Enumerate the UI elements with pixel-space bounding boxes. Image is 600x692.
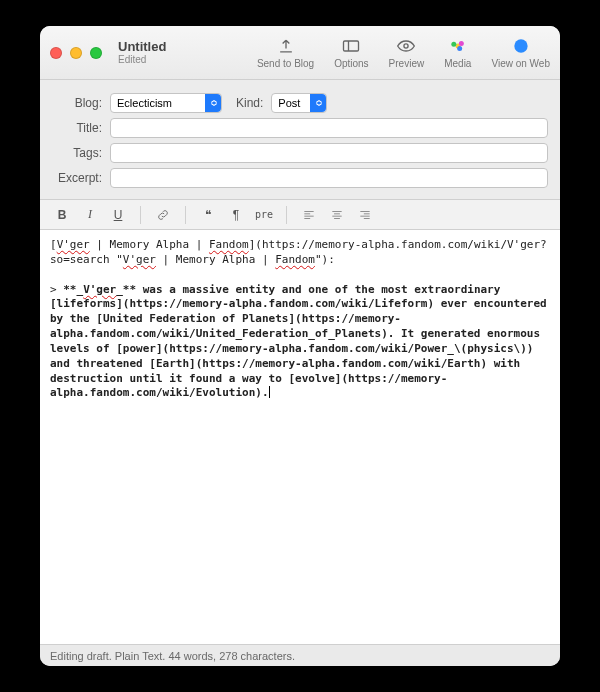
media-icon bbox=[448, 36, 468, 56]
kind-label: Kind: bbox=[236, 96, 263, 110]
separator bbox=[286, 206, 287, 224]
spellcheck-mark: V'ger bbox=[57, 238, 90, 251]
excerpt-input[interactable] bbox=[110, 168, 548, 188]
post-form: Blog: Eclecticism Kind: Post Title: Tags… bbox=[40, 80, 560, 200]
svg-point-4 bbox=[451, 42, 456, 47]
svg-rect-0 bbox=[344, 41, 359, 51]
spellcheck-mark: Fandom bbox=[209, 238, 249, 251]
link-icon bbox=[156, 208, 170, 222]
kind-value: Post bbox=[278, 97, 300, 109]
window-title: Untitled Edited bbox=[118, 40, 166, 65]
align-center-button[interactable] bbox=[325, 204, 349, 226]
app-window: Untitled Edited Send to Blog Options Pre… bbox=[40, 26, 560, 666]
tags-label: Tags: bbox=[52, 146, 102, 160]
blog-value: Eclecticism bbox=[117, 97, 172, 109]
chevron-updown-icon bbox=[205, 94, 221, 112]
options-button[interactable]: Options bbox=[334, 36, 368, 69]
media-button[interactable]: Media bbox=[444, 36, 471, 69]
document-title: Untitled bbox=[118, 40, 166, 54]
separator bbox=[185, 206, 186, 224]
blog-label: Blog: bbox=[52, 96, 102, 110]
blog-select[interactable]: Eclecticism bbox=[110, 93, 222, 113]
align-left-icon bbox=[302, 208, 316, 222]
excerpt-label: Excerpt: bbox=[52, 171, 102, 185]
svg-point-5 bbox=[459, 41, 464, 46]
spellcheck-mark: Fandom bbox=[275, 253, 315, 266]
kind-select[interactable]: Post bbox=[271, 93, 327, 113]
align-right-icon bbox=[358, 208, 372, 222]
preformatted-button[interactable]: pre bbox=[252, 204, 276, 226]
tags-input[interactable] bbox=[110, 143, 548, 163]
status-text: Editing draft. Plain Text. 44 words, 278… bbox=[50, 650, 295, 662]
text-cursor bbox=[269, 386, 270, 398]
align-left-button[interactable] bbox=[297, 204, 321, 226]
close-button[interactable] bbox=[50, 47, 62, 59]
svg-point-6 bbox=[457, 46, 462, 51]
spellcheck-mark: V'ger bbox=[83, 283, 116, 296]
align-right-button[interactable] bbox=[353, 204, 377, 226]
safari-icon bbox=[511, 36, 531, 56]
align-center-icon bbox=[330, 208, 344, 222]
status-bar: Editing draft. Plain Text. 44 words, 278… bbox=[40, 644, 560, 666]
eye-icon bbox=[396, 36, 416, 56]
document-subtitle: Edited bbox=[118, 54, 166, 65]
chevron-updown-icon bbox=[310, 94, 326, 112]
toolbar-actions: Send to Blog Options Preview Media bbox=[257, 36, 550, 69]
underline-button[interactable]: U bbox=[106, 204, 130, 226]
svg-point-2 bbox=[404, 44, 408, 48]
window-controls bbox=[50, 47, 102, 59]
paragraph-button[interactable]: ¶ bbox=[224, 204, 248, 226]
title-input[interactable] bbox=[110, 118, 548, 138]
preview-button[interactable]: Preview bbox=[389, 36, 425, 69]
separator bbox=[140, 206, 141, 224]
minimize-button[interactable] bbox=[70, 47, 82, 59]
title-bar: Untitled Edited Send to Blog Options Pre… bbox=[40, 26, 560, 80]
send-to-blog-button[interactable]: Send to Blog bbox=[257, 36, 314, 69]
format-toolbar: B I U ❝ ¶ pre bbox=[40, 200, 560, 230]
title-label: Title: bbox=[52, 121, 102, 135]
editor-textarea[interactable]: [V'ger | Memory Alpha | Fandom](https://… bbox=[40, 230, 560, 644]
link-button[interactable] bbox=[151, 204, 175, 226]
zoom-button[interactable] bbox=[90, 47, 102, 59]
options-icon bbox=[341, 36, 361, 56]
blockquote-button[interactable]: ❝ bbox=[196, 204, 220, 226]
spellcheck-mark: V'ger bbox=[123, 253, 156, 266]
view-on-web-button[interactable]: View on Web bbox=[491, 36, 550, 69]
italic-button[interactable]: I bbox=[78, 204, 102, 226]
upload-icon bbox=[276, 36, 296, 56]
bold-button[interactable]: B bbox=[50, 204, 74, 226]
